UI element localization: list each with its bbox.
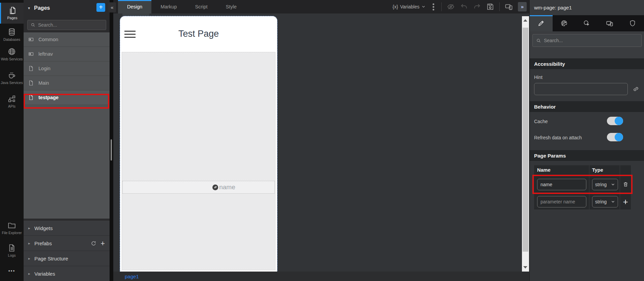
page-item-common[interactable]: Common [24, 32, 110, 47]
sidebar-item-logs[interactable]: Logs [0, 244, 24, 258]
tab-events[interactable] [576, 15, 598, 31]
add-param-icon[interactable]: + [623, 198, 628, 205]
activity-bar: Pages Databases Web Services Java Servic… [0, 0, 24, 281]
properties-search-input[interactable] [544, 38, 635, 43]
section-page-params[interactable]: Page Params [530, 150, 644, 161]
toolbar-actions: {x} Variables » [392, 0, 529, 13]
page-content-container[interactable]: name [122, 52, 275, 270]
cache-toggle[interactable] [607, 117, 623, 125]
canvas-page-handle[interactable] [122, 12, 149, 16]
new-param-type-select[interactable]: string [592, 196, 618, 207]
tab-style[interactable]: Style [217, 0, 246, 13]
editor-mode-tabs: Design Markup Script Style [118, 0, 246, 13]
breadcrumb-page-link[interactable]: page1 [125, 274, 139, 279]
apis-icon [7, 94, 16, 103]
collapse-panel-button[interactable]: « [108, 2, 116, 12]
new-param-name-input[interactable] [537, 196, 586, 207]
param-type-select[interactable]: string [592, 179, 618, 190]
section-behavior[interactable]: Behavior [530, 101, 644, 112]
scroll-down-arrow[interactable] [523, 266, 527, 269]
caret-right-icon: ▸ [28, 256, 32, 261]
delete-param-icon[interactable] [623, 181, 628, 187]
undo-icon[interactable] [460, 3, 468, 11]
add-page-button[interactable]: + [96, 3, 105, 12]
panel-scrollbar-thumb[interactable] [111, 139, 112, 161]
device-preview-page[interactable]: Test Page name [120, 16, 277, 272]
scroll-up-arrow[interactable] [523, 19, 527, 22]
canvas-scrollbar-thumb[interactable] [523, 28, 528, 252]
page-icon [28, 94, 34, 101]
select-inspect-icon [583, 20, 590, 27]
accordion-prefabs[interactable]: ▸ Prefabs + [24, 236, 110, 251]
refresh-data-toggle[interactable] [607, 133, 623, 141]
page-icon [28, 65, 34, 72]
tab-devices[interactable] [598, 15, 621, 31]
param-name-input[interactable] [537, 179, 586, 190]
sidebar-item-databases[interactable]: Databases [0, 28, 24, 42]
caret-down-icon[interactable]: ▾ [28, 6, 30, 10]
canvas-scrollbar[interactable] [522, 16, 529, 272]
expand-panel-button[interactable]: » [518, 2, 527, 11]
variables-dropdown[interactable]: {x} Variables [392, 4, 426, 9]
panel-accordion: ▸ Widgets ▸ Prefabs + ▸ Page Structure ▸… [24, 221, 110, 281]
pages-panel: ▾ Pages + Common leftnav Login Main [24, 0, 110, 281]
wavemaker-studio: Pages Databases Web Services Java Servic… [0, 0, 644, 281]
accordion-widgets[interactable]: ▸ Widgets [24, 221, 110, 236]
web-services-icon [7, 47, 16, 56]
accordion-variables[interactable]: ▸ Variables [24, 266, 110, 281]
bound-label-widget[interactable]: name [122, 181, 275, 194]
pages-search-input[interactable] [38, 22, 99, 28]
more-options-button[interactable] [431, 2, 436, 12]
bound-label-text: name [219, 184, 235, 191]
refresh-icon[interactable] [91, 241, 96, 246]
column-header-name: Name [537, 167, 551, 173]
bind-property-icon[interactable] [633, 86, 639, 92]
device-preview-icon[interactable] [505, 3, 513, 11]
sidebar-item-web-services[interactable]: Web Services [0, 47, 24, 61]
section-accessibility[interactable]: Accessibility [530, 58, 644, 69]
sidebar-item-pages[interactable]: Pages [0, 3, 24, 24]
page-item-main[interactable]: Main [24, 76, 110, 90]
databases-icon [7, 28, 16, 36]
table-header-row: Name Type [534, 165, 631, 175]
page-item-label: Login [38, 66, 50, 71]
chevron-down-icon [421, 5, 426, 9]
sidebar-item-java-services[interactable]: Java Services [0, 71, 24, 85]
rail-label: Databases [3, 37, 20, 42]
page-item-login[interactable]: Login [24, 61, 110, 76]
page-item-testpage[interactable]: testpage [24, 90, 110, 105]
add-prefab-icon[interactable]: + [100, 241, 105, 246]
shield-icon [629, 20, 636, 27]
bind-badge [212, 185, 218, 190]
save-icon[interactable] [486, 3, 494, 11]
sidebar-item-more[interactable]: ••• [0, 268, 24, 274]
pages-list: Common leftnav Login Main testpage [24, 32, 110, 219]
page-item-leftnav[interactable]: leftnav [24, 47, 110, 61]
tab-design[interactable]: Design [118, 0, 151, 13]
accordion-page-structure[interactable]: ▸ Page Structure [24, 251, 110, 266]
tab-properties[interactable] [530, 15, 553, 31]
hint-input[interactable] [534, 83, 628, 95]
redo-icon[interactable] [473, 3, 481, 11]
tab-styles[interactable] [553, 15, 576, 31]
partial-icon [28, 36, 34, 43]
search-icon [31, 23, 35, 27]
tab-security[interactable] [621, 15, 644, 31]
pages-search-box [27, 20, 106, 30]
new-param-row: string + [534, 194, 631, 209]
canvas-breadcrumb-bar: page1 [113, 272, 529, 281]
tab-markup[interactable]: Markup [151, 0, 186, 13]
more-icon: ••• [8, 268, 16, 274]
page-item-label: Common [38, 37, 58, 42]
sidebar-item-file-explorer[interactable]: File Explorer [0, 221, 24, 235]
rail-label: Java Services [1, 81, 23, 85]
tab-script[interactable]: Script [186, 0, 217, 13]
toggle-visibility-icon[interactable] [447, 3, 455, 11]
page-title: Test Page [120, 16, 277, 51]
chevron-down-icon [611, 182, 615, 187]
file-explorer-icon [7, 221, 16, 230]
search-icon [536, 38, 541, 43]
page-header: Test Page [120, 16, 277, 51]
sidebar-item-apis[interactable]: APIs [0, 94, 24, 109]
pages-panel-title: Pages [34, 5, 50, 11]
